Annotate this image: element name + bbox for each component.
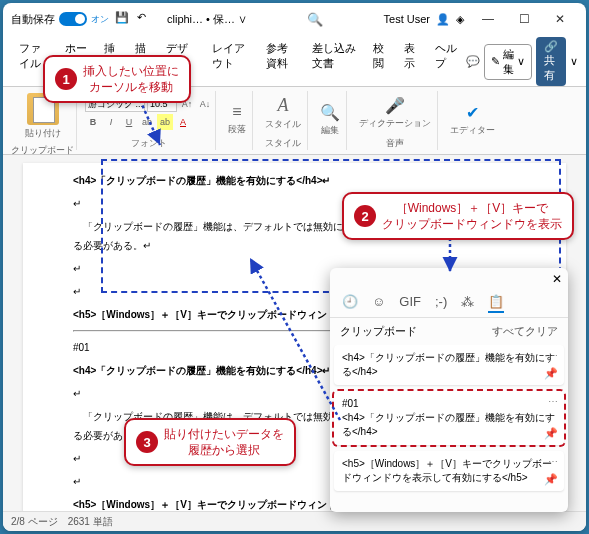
pin-icon[interactable]: 📌 (544, 426, 558, 441)
font-group-label: フォント (131, 135, 167, 150)
chevron-down-icon[interactable]: ∨ (570, 55, 578, 68)
underline-button[interactable]: U (121, 114, 137, 130)
ribbon-group-editor: ✔ エディター (444, 91, 501, 150)
callout-3: 3 貼り付けたいデータを 履歴から選択 (124, 418, 296, 466)
tab-mailings[interactable]: 差し込み文書 (304, 37, 365, 86)
clock-icon[interactable]: 🕘 (342, 294, 358, 313)
tab-layout[interactable]: レイアウト (204, 37, 258, 86)
editor-icon: ✔ (466, 103, 479, 122)
font-color-button[interactable]: A (175, 114, 191, 130)
close-button[interactable]: ✕ (542, 5, 578, 33)
highlight-button[interactable]: ab (157, 114, 173, 130)
popup-close-button[interactable]: ✕ (552, 272, 562, 286)
editor-button[interactable]: ✔ エディター (446, 101, 499, 139)
callout-2: 2 ［Windows］＋［V］キーで クリップボードウィンドウを表示 (342, 192, 574, 240)
callout-text: ［Windows］＋［V］キーで クリップボードウィンドウを表示 (382, 200, 562, 232)
save-icon[interactable]: 💾 (115, 11, 131, 27)
doc-line: <h4>「クリップボードの履歴」機能を有効にする</h4>↵ (73, 171, 516, 190)
styles-icon: A (278, 95, 289, 116)
emoji-icon[interactable]: ☺ (372, 294, 385, 313)
dictation-button[interactable]: 🎤 ディクテーション (355, 94, 435, 132)
word-count[interactable]: 2631 単語 (68, 515, 113, 529)
titlebar: 自動保存 オン 💾 ↶ cliphi… • 保… ∨ 🔍 Test User 👤… (3, 3, 586, 35)
callout-text: 挿入したい位置に カーソルを移動 (83, 63, 179, 95)
ribbon-group-styles: A スタイル スタイル (259, 91, 308, 150)
toggle-switch[interactable] (59, 12, 87, 26)
ribbon-group-voice: 🎤 ディクテーション 音声 (353, 91, 438, 150)
item-menu-icon[interactable]: ⋯ (548, 395, 558, 409)
paragraph-button[interactable]: ≡ 段落 (224, 101, 250, 138)
document-title[interactable]: cliphi… • 保… ∨ (167, 12, 247, 27)
statusbar: 2/8 ページ 2631 単語 (3, 511, 586, 531)
clipboard-item[interactable]: ⋯ <h5>［Windows］＋［V］キーでクリップボードウィンドウを表示して有… (334, 451, 564, 491)
undo-icon[interactable]: ↶ (137, 11, 153, 27)
user-name[interactable]: Test User (384, 13, 430, 25)
page-indicator[interactable]: 2/8 ページ (11, 515, 58, 529)
user-avatar-icon[interactable]: 👤 (436, 13, 450, 26)
editing-button[interactable]: 🔍 編集 (316, 101, 344, 139)
autosave-label: 自動保存 (11, 12, 55, 27)
clipboard-items-list: ⋯ <h4>「クリップボードの履歴」機能を有効にする</h4> 📌 ⋯ #01 … (330, 345, 568, 512)
symbols-icon[interactable]: ⁂ (461, 294, 474, 313)
italic-button[interactable]: I (103, 114, 119, 130)
clipboard-history-popup: ✕ 🕘 ☺ GIF ;-) ⁂ 📋 クリップボード すべてクリア ⋯ <h4>「… (330, 268, 568, 512)
clipboard-tab-icon[interactable]: 📋 (488, 294, 504, 313)
item-menu-icon[interactable]: ⋯ (548, 349, 558, 363)
edit-mode-button[interactable]: ✎ 編集 ∨ (484, 44, 532, 80)
tab-view[interactable]: 表示 (396, 37, 427, 86)
tab-help[interactable]: ヘルプ (427, 37, 466, 86)
kaomoji-icon[interactable]: ;-) (435, 294, 447, 313)
callout-badge: 2 (354, 205, 376, 227)
search-icon[interactable]: 🔍 (307, 12, 323, 27)
pin-icon[interactable]: 📌 (544, 472, 558, 487)
paragraph-icon: ≡ (232, 103, 241, 121)
callout-badge: 1 (55, 68, 77, 90)
clipboard-item[interactable]: ⋯ <h4>「クリップボードの履歴」機能を有効にする</h4> 📌 (334, 345, 564, 385)
callout-text: 貼り付けたいデータを 履歴から選択 (164, 426, 284, 458)
search-small-icon: 🔍 (320, 103, 340, 122)
tab-references[interactable]: 参考資料 (258, 37, 304, 86)
clear-all-button[interactable]: すべてクリア (492, 324, 558, 339)
diamond-icon[interactable]: ◈ (456, 13, 464, 26)
styles-button[interactable]: A スタイル (261, 93, 305, 133)
gif-icon[interactable]: GIF (399, 294, 421, 313)
strike-button[interactable]: ab (139, 114, 155, 130)
decrease-font-icon[interactable]: A↓ (197, 96, 213, 112)
bold-button[interactable]: B (85, 114, 101, 130)
tab-review[interactable]: 校閲 (365, 37, 396, 86)
pin-icon[interactable]: 📌 (544, 366, 558, 381)
styles-group-label: スタイル (265, 135, 301, 150)
minimize-button[interactable]: — (470, 5, 506, 33)
share-button[interactable]: 🔗 共有 (536, 37, 566, 86)
clipboard-item-selected[interactable]: ⋯ #01 <h4>「クリップボードの履歴」機能を有効にする</h4> 📌 (334, 391, 564, 445)
callout-1: 1 挿入したい位置に カーソルを移動 (43, 55, 191, 103)
maximize-button[interactable]: ☐ (506, 5, 542, 33)
ribbon-group-paragraph: ≡ 段落 (222, 91, 253, 150)
window-controls: — ☐ ✕ (470, 5, 578, 33)
autosave-state: オン (91, 13, 109, 26)
clipboard-title: クリップボード (340, 324, 417, 339)
callout-badge: 3 (136, 431, 158, 453)
microphone-icon: 🎤 (385, 96, 405, 115)
autosave-toggle[interactable]: 自動保存 オン (11, 12, 109, 27)
ribbon-group-editing: 🔍 編集 (314, 91, 347, 150)
comment-icon[interactable]: 💬 (466, 55, 480, 68)
item-menu-icon[interactable]: ⋯ (548, 455, 558, 469)
voice-group-label: 音声 (386, 135, 404, 150)
clipboard-category-row: 🕘 ☺ GIF ;-) ⁂ 📋 (330, 290, 568, 318)
